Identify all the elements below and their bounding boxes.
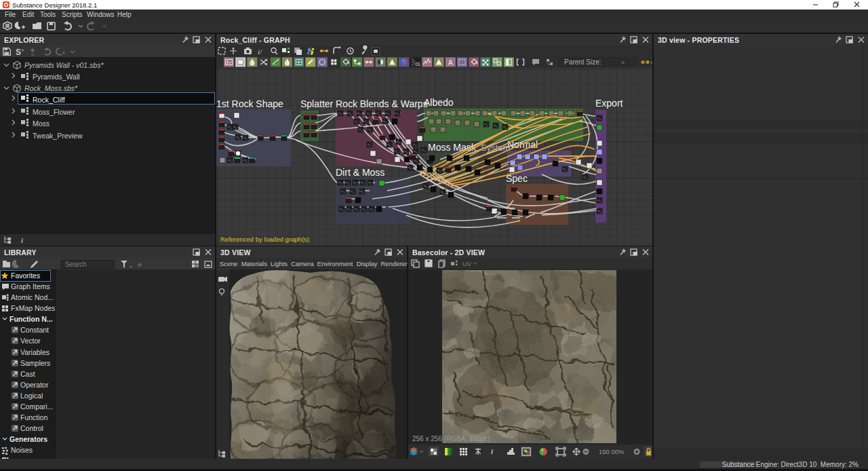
svg-text:»: » [621, 59, 625, 66]
svg-text:»: » [650, 59, 652, 66]
svg-text:UV: UV [462, 260, 472, 267]
svg-text:01: 01 [415, 62, 420, 67]
svg-text:A: A [448, 58, 453, 67]
svg-text:150.00%: 150.00% [599, 448, 625, 455]
svg-text:Dirt & Moss: Dirt & Moss [336, 167, 384, 178]
svg-text:i: i [491, 447, 494, 455]
svg-text:1st Rock Shape: 1st Rock Shape [216, 98, 283, 109]
svg-text:i/: i/ [258, 48, 262, 56]
svg-text:Parent Size:: Parent Size: [564, 58, 601, 66]
svg-text:Albedo: Albedo [424, 97, 454, 108]
svg-text:Rock Blends & Warps: Rock Blends & Warps [336, 98, 428, 109]
svg-text:Referenced by loaded graph(s): Referenced by loaded graph(s) [220, 236, 309, 243]
svg-text:Splatter: Splatter [300, 98, 334, 109]
svg-text:S: S [16, 48, 21, 56]
svg-text:Export: Export [595, 98, 623, 109]
svg-text:i: i [21, 236, 24, 244]
